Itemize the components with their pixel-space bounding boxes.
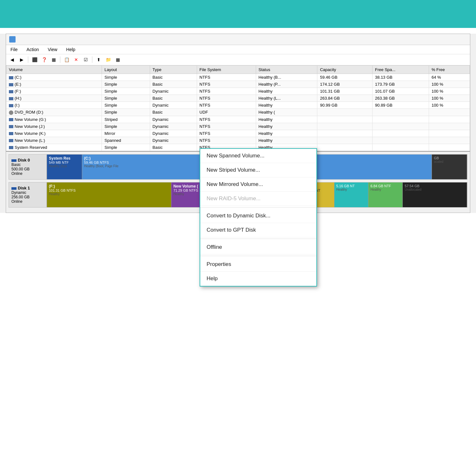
partition[interactable]: (F:)101.31 GB NTFSHealthy [47,182,171,207]
table-row[interactable]: New Volume (K:)MirrorDynamicNTFSHealthy [6,130,470,137]
volume-icon [9,97,13,100]
context-menu-item-offline[interactable]: Offline [200,240,316,255]
volume-icon [9,132,13,135]
context-menu-separator [200,207,316,208]
partition-status: Healthy [370,188,400,191]
table-row[interactable]: (C:)SimpleBasicNTFSHealthy (B...59.46 GB… [6,74,470,81]
partition-status: Healthy (Boot, Page File [84,164,208,168]
toolbar-separator-1 [28,56,28,63]
volume-icon [9,146,13,149]
table-header-file-system: File System [197,66,256,74]
titlebar [6,34,470,45]
context-menu-separator [200,256,316,256]
table-row[interactable]: (H:)SimpleBasicNTFSHealthy (L...263.84 G… [6,95,470,102]
context-menu-item-new-striped-volume---[interactable]: New Striped Volume... [200,163,316,177]
extra-button[interactable]: ▦ [114,56,122,64]
table-row[interactable]: (I:)SimpleDynamicNTFSHealthy90.99 GB90.8… [6,102,470,109]
folder-button[interactable]: 📁 [104,56,112,64]
volume-icon [9,76,13,79]
menubar-item-action[interactable]: Action [25,46,40,53]
window-controls[interactable] [450,36,467,43]
menubar: FileActionViewHelp [6,45,470,54]
menubar-item-help[interactable]: Help [65,46,77,53]
partition[interactable]: System Res549 MB NTFHealthy (Sys [47,155,82,179]
partition[interactable]: GBocated [432,155,467,179]
partition-size: 59.46 GB NTFS [84,161,208,164]
delete-button[interactable]: ✕ [72,56,80,64]
toolbar-separator-3 [92,56,92,63]
help-button[interactable]: ❓ [40,56,48,64]
partition[interactable]: 5.16 GB NTHealthy [334,182,369,207]
context-menu-item-new-mirrored-volume---[interactable]: New Mirrored Volume... [200,177,316,192]
back-button[interactable]: ◀ [8,56,16,64]
volume-icon [9,125,13,128]
volume-icon [9,83,13,86]
check-button[interactable]: ☑ [82,56,90,64]
table-row[interactable]: New Volume (G:)StripedDynamicNTFSHealthy [6,116,470,123]
partition-size: 549 MB NTF [49,161,80,164]
volume-icon [9,118,13,121]
partition[interactable]: 57.54 GBUnallocated [403,182,467,207]
context-menu-item-new-spanned-volume---[interactable]: New Spanned Volume... [200,149,316,163]
disk-table: VolumeLayoutTypeFile SystemStatusCapacit… [6,65,470,151]
table-header-row: VolumeLayoutTypeFile SystemStatusCapacit… [6,66,470,74]
partition-size: 5.16 GB NT [336,184,367,188]
table-header-free-spa---: Free Spa... [372,66,429,74]
table-header-type: Type [150,66,197,74]
partition[interactable]: 6.84 GB NTFHealthy [368,182,403,207]
context-menu-item-convert-to-gpt-disk[interactable]: Convert to GPT Disk [200,223,316,237]
partition-status: Unallocated [405,188,465,191]
maximize-button[interactable] [460,36,467,43]
top-banner [0,0,476,28]
context-menu-item-properties[interactable]: Properties [200,257,316,272]
partition-name: System Res [49,156,80,161]
table-row[interactable]: DVD_ROM (D:)SimpleBasicUDFHealthy ( [6,109,470,116]
partition-size: 101.31 GB NTFS [49,188,169,192]
dvd-icon [9,110,13,115]
menubar-item-view[interactable]: View [46,46,58,53]
partition-status: ocated [434,160,465,163]
up-arrow-button[interactable]: ⬆ [95,56,103,64]
partition-name: (F:) [49,184,169,188]
volume-icon [9,104,13,107]
menubar-item-file[interactable]: File [9,46,19,53]
volume-icon [9,90,13,93]
toolbar: ◀ ▶ ⬛ ❓ ▦ 📋 ✕ ☑ ⬆ 📁 ▦ [6,54,470,65]
toolbar-separator-2 [60,56,60,63]
partition-status: Healthy [336,188,367,191]
table-row[interactable]: New Volume (L:)SpannedDynamicNTFSHealthy [6,137,470,144]
volume-icon [9,139,13,142]
minimize-button[interactable] [450,36,457,43]
table-header-volume: Volume [6,66,102,74]
partition-status: Healthy [49,192,169,196]
disk-label: Disk 0Basic500.00 GBOnline [9,154,47,180]
table-header-capacity: Capacity [317,66,372,74]
table-row[interactable]: (E:)SimpleBasicNTFSHealthy (P...174.12 G… [6,81,470,88]
disk-name: Disk 1 [11,186,44,190]
disk-table-container: VolumeLayoutTypeFile SystemStatusCapacit… [6,65,470,151]
partition-size: GB [434,156,465,160]
context-menu-separator [200,239,316,239]
view-button[interactable]: ▦ [50,56,58,64]
table-header---free: % Free [429,66,470,74]
table-header-layout: Layout [102,66,150,74]
partition-status: Healthy (Sys [49,164,80,168]
context-menu-item-help[interactable]: Help [200,272,316,286]
up-button[interactable]: ⬛ [30,56,39,64]
disk-name: Disk 0 [11,158,44,162]
partition-size: 57.54 GB [405,184,465,188]
partition-name: (C:) [84,156,208,161]
context-menu-item-new-raid-5-volume---: New RAID-5 Volume... [200,192,316,206]
forward-button[interactable]: ▶ [17,56,26,64]
table-row[interactable]: New Volume (J:)SimpleDynamicNTFSHealthy [6,123,470,130]
app-icon [9,36,16,43]
partition-size: 6.84 GB NTF [370,184,400,188]
disk-management-window: FileActionViewHelp ◀ ▶ ⬛ ❓ ▦ 📋 ✕ ☑ ⬆ 📁 ▦… [6,34,470,213]
partition[interactable]: (C:)59.46 GB NTFSHealthy (Boot, Page Fil… [82,155,210,179]
window-container: FileActionViewHelp ◀ ▶ ⬛ ❓ ▦ 📋 ✕ ☑ ⬆ 📁 ▦… [0,34,476,213]
table-header-status: Status [256,66,317,74]
context-menu: New Spanned Volume...New Striped Volume.… [200,148,317,287]
table-row[interactable]: (F:)SimpleDynamicNTFSHealthy101.31 GB101… [6,88,470,95]
context-menu-item-convert-to-dynamic-disk---[interactable]: Convert to Dynamic Disk... [200,209,316,223]
share-button[interactable]: 📋 [63,56,71,64]
